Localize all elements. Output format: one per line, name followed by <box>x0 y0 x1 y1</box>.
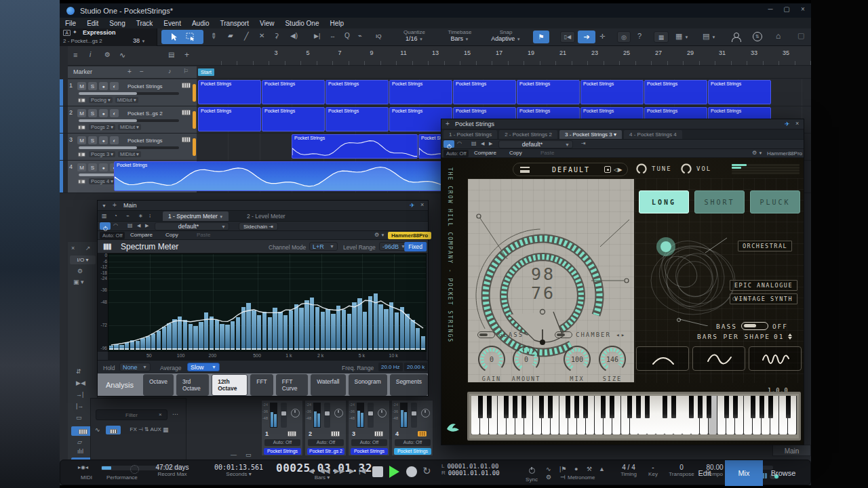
add-marker-icon[interactable]: + <box>127 68 132 75</box>
chamber-toggle[interactable]: CHAMBER ◂▸ <box>555 331 626 338</box>
solo-button[interactable]: S <box>88 109 97 117</box>
black-key[interactable] <box>768 396 773 418</box>
tab-spectrum-meter[interactable]: 1 - Spectrum Meter ▼ <box>163 211 229 221</box>
preset-next-icon[interactable]: ▶ <box>145 223 149 228</box>
pan-knob[interactable] <box>378 409 387 418</box>
sync-group[interactable]: Sync <box>521 464 542 483</box>
console-detach-icon[interactable]: ↗ <box>85 245 91 251</box>
analysis-mode-octave[interactable]: Octave <box>143 374 174 396</box>
video-icon[interactable]: ▦ <box>654 31 669 43</box>
fader-track[interactable] <box>411 403 417 428</box>
view-button-mix[interactable]: Mix <box>725 460 763 486</box>
menu-song[interactable]: Song <box>109 20 125 27</box>
channel-auto-button[interactable]: Auto: Off <box>351 439 387 446</box>
start-marker[interactable]: Start <box>198 68 214 76</box>
pan-knob[interactable] <box>334 409 343 418</box>
instrument-output-select[interactable]: Pocgs 2 ▾ <box>89 124 115 130</box>
fader-handle[interactable] <box>325 411 330 415</box>
clip[interactable]: Pocket Strings <box>389 80 452 104</box>
articulation-pluck[interactable]: PLUCK <box>750 190 800 214</box>
plugin-power-button[interactable] <box>100 222 111 230</box>
track-layouts-icon[interactable]: ▤ <box>168 52 174 58</box>
clip[interactable]: Pocket Strings <box>198 107 261 131</box>
pin-icon[interactable]: ✈ <box>410 202 415 209</box>
precount-icon[interactable]: |⚑ <box>559 466 566 472</box>
channel-auto-button[interactable]: Auto: Off <box>395 439 431 446</box>
mute-button[interactable]: M <box>77 109 86 117</box>
knob-size[interactable]: 146 <box>597 344 628 375</box>
timestretch-icon[interactable]: ↔ <box>330 33 336 39</box>
tuning-icon[interactable]: ⇅ <box>753 32 762 41</box>
console-nav-icon-0[interactable]: ⇵ <box>76 368 81 375</box>
menu-track[interactable]: Track <box>136 20 153 27</box>
filter-input[interactable] <box>96 409 167 420</box>
channel-strip-4[interactable]: -24-36-484Auto: OffPocket Strings <box>391 400 433 456</box>
mute-button[interactable]: M <box>77 82 86 90</box>
console-nav-icon-4[interactable]: ▭ <box>76 414 82 421</box>
channel-strip-2[interactable]: -24-36-482Auto: OffPocket Str..gs 2 <box>304 400 347 456</box>
menu-file[interactable]: File <box>65 20 76 27</box>
metronome-dot-icon[interactable]: ● <box>574 466 578 472</box>
console-view-icon[interactable]: ▤ ▼ <box>703 33 715 40</box>
channel-instrument-icon[interactable] <box>288 431 296 436</box>
black-key[interactable] <box>636 396 641 418</box>
vol-knob[interactable]: VOL <box>680 163 711 175</box>
secondary-time-display[interactable]: 00:01:13.561 Seconds ▾ <box>204 464 273 477</box>
record-arm-button[interactable]: ● <box>99 82 108 90</box>
io-button[interactable]: I/O ▾ <box>70 256 96 264</box>
menu-studio-one[interactable]: Studio One <box>285 20 319 27</box>
articulation-short[interactable]: SHORT <box>694 190 745 214</box>
quantize-group[interactable]: Quantize 1/16 ▼ <box>392 29 437 45</box>
analysis-mode-waterfall[interactable]: Waterfall <box>311 374 345 396</box>
clip[interactable]: Pocket Strings <box>198 80 261 104</box>
bass-switch[interactable] <box>741 322 768 330</box>
pocket-file-icon[interactable]: ▤ <box>471 141 477 146</box>
preset-dropdown[interactable]: default*▼ <box>155 222 229 230</box>
channel-auto-button[interactable]: Auto: Off <box>264 439 300 446</box>
expression-value[interactable]: 38 ▼ <box>133 37 145 44</box>
monitor-button[interactable]: ◐ <box>110 136 119 144</box>
menu-audio[interactable]: Audio <box>192 20 210 27</box>
window-menu-caret-icon[interactable]: ▼ <box>102 203 106 208</box>
rewind-start-button[interactable]: ◀ <box>309 468 314 474</box>
freq-max-value[interactable]: 20.00 k <box>404 363 427 371</box>
random-preset-icon[interactable] <box>604 166 611 173</box>
black-key[interactable] <box>760 396 764 418</box>
analysis-mode-segments[interactable]: Segments <box>390 374 428 396</box>
pocket-copy[interactable]: Copy <box>509 150 522 156</box>
black-key[interactable] <box>487 396 492 418</box>
device-badge[interactable]: Hammer88Pro <box>388 232 431 239</box>
add-insert-icon[interactable]: + <box>113 202 117 209</box>
fader-track[interactable] <box>281 403 287 428</box>
articulation-long[interactable]: LONG <box>639 190 689 214</box>
return-to-start-button[interactable]: |◀ <box>359 468 366 474</box>
solo-button[interactable]: S <box>88 163 97 171</box>
clip[interactable]: Pocket Strings <box>326 107 389 131</box>
hold-dropdown[interactable]: None▼ <box>119 363 151 371</box>
average-dropdown[interactable]: Slow▼ <box>187 363 220 371</box>
volume-slider[interactable] <box>79 146 179 149</box>
loop-button[interactable]: ↻ <box>422 466 431 476</box>
grid-filter-icon[interactable]: ▦ <box>163 427 169 433</box>
timing-group[interactable]: 4 / 4 Timing <box>616 464 641 477</box>
knob-amount[interactable]: 0 <box>511 344 542 375</box>
paint-tool-icon[interactable]: ✎ <box>208 31 218 41</box>
knob-gain[interactable]: 0 <box>476 344 507 375</box>
spectrum-close-icon[interactable]: × <box>420 202 424 208</box>
stop-button[interactable] <box>372 466 383 477</box>
black-key[interactable] <box>513 396 517 418</box>
tempo-track-icon[interactable]: ♪ <box>168 68 172 75</box>
freq-min-value[interactable]: 20.0 Hz <box>378 363 403 371</box>
black-key[interactable] <box>733 396 738 418</box>
sound-label-vintage-synth[interactable]: VINTAGE SYNTH <box>730 293 797 304</box>
instrument-icon[interactable] <box>182 110 191 115</box>
automation-icon[interactable]: ∿ <box>119 52 125 59</box>
copy-button[interactable]: Copy <box>165 232 178 238</box>
channel-instrument-icon[interactable] <box>374 431 383 436</box>
instrument-output-select[interactable]: Pocing ▾ <box>89 97 113 103</box>
console-tools-icon[interactable]: ⚙ <box>77 268 83 274</box>
volume-slider[interactable] <box>79 119 179 122</box>
black-key[interactable] <box>583 396 588 418</box>
add-instrument-icon[interactable]: + <box>446 121 450 127</box>
click-icon[interactable]: ⊣ <box>560 474 566 481</box>
